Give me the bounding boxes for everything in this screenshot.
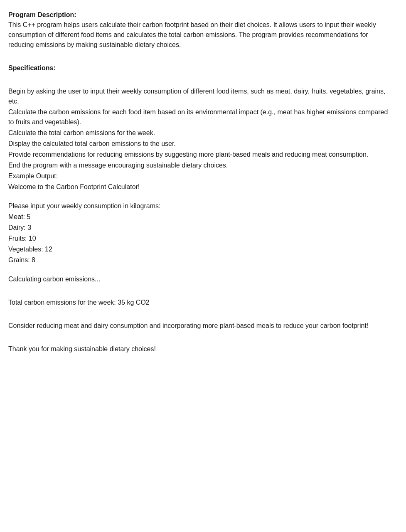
fruits-line: Fruits: 10 — [8, 234, 391, 244]
calculating-line: Calculating carbon emissions... — [8, 276, 100, 283]
specifications-section: Specifications: — [8, 63, 391, 73]
spec-lines: Begin by asking the user to input their … — [8, 86, 391, 192]
thank-you-line: Thank you for making sustainable dietary… — [8, 345, 156, 352]
welcome-line: Welcome to the Carbon Footprint Calculat… — [8, 182, 391, 192]
calculating-section: Calculating carbon emissions... — [8, 274, 391, 284]
program-description-section: Program Description: This C++ program he… — [8, 10, 391, 50]
spec-line-4: Display the calculated total carbon emis… — [8, 139, 391, 149]
vegetables-line: Vegetables: 12 — [8, 244, 391, 254]
spec-line-2: Calculate the carbon emissions for each … — [8, 107, 391, 127]
dairy-line: Dairy: 3 — [8, 223, 391, 233]
example-output-label: Example Output: — [8, 171, 391, 181]
specifications-label: Specifications: — [8, 64, 56, 71]
total-emissions-line: Total carbon emissions for the week: 35 … — [8, 299, 150, 306]
thank-you-section: Thank you for making sustainable dietary… — [8, 344, 391, 354]
recommendation-section: Consider reducing meat and dairy consump… — [8, 321, 391, 331]
spec-line-3: Calculate the total carbon emissions for… — [8, 128, 391, 138]
spec-line-5: Provide recommendations for reducing emi… — [8, 150, 391, 160]
input-section: Please input your weekly consumption in … — [8, 201, 391, 265]
program-description-label: Program Description: — [8, 11, 76, 18]
total-emissions-section: Total carbon emissions for the week: 35 … — [8, 298, 391, 308]
program-description-text: This C++ program helps users calculate t… — [8, 21, 376, 48]
spec-line-6: End the program with a message encouragi… — [8, 160, 391, 170]
recommendation-line: Consider reducing meat and dairy consump… — [8, 322, 368, 329]
grains-line: Grains: 8 — [8, 255, 391, 265]
main-content: Program Description: This C++ program he… — [8, 10, 391, 354]
meat-line: Meat: 5 — [8, 212, 391, 222]
input-prompt: Please input your weekly consumption in … — [8, 201, 391, 211]
spec-line-1: Begin by asking the user to input their … — [8, 86, 391, 106]
